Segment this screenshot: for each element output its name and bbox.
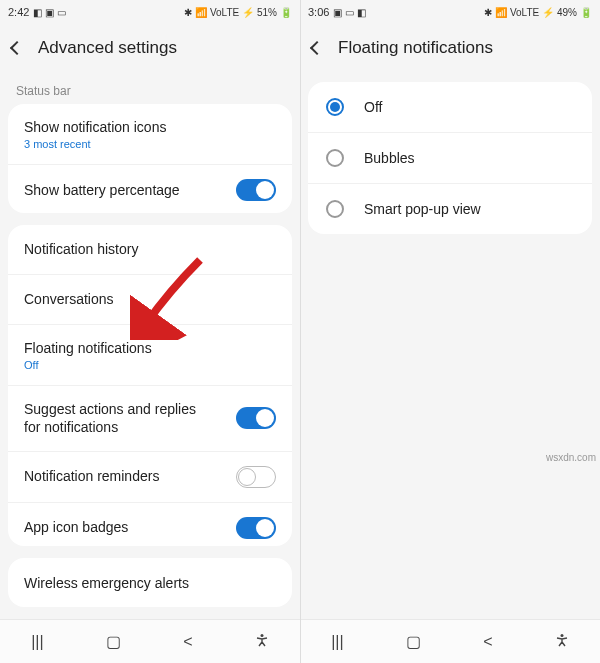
signal-icon-r: 📶 VoLTE ⚡ (495, 7, 554, 18)
content-right: Off Bubbles Smart pop-up view (300, 72, 600, 619)
accessibility-icon[interactable] (255, 633, 269, 651)
label-badges: App icon badges (24, 518, 128, 536)
row-reminders[interactable]: Notification reminders (8, 452, 292, 503)
label-bubbles: Bubbles (364, 150, 415, 166)
screen-divider (300, 0, 301, 663)
bluetooth-icon: ✱ (184, 7, 192, 18)
label-emergency: Wireless emergency alerts (24, 574, 189, 592)
card-radio-options: Off Bubbles Smart pop-up view (308, 82, 592, 234)
label-conversations: Conversations (24, 290, 114, 308)
row-notification-icons[interactable]: Show notification icons 3 most recent (8, 104, 292, 165)
row-badges[interactable]: App icon badges (8, 503, 292, 546)
radio-row-smart[interactable]: Smart pop-up view (308, 184, 592, 234)
page-title-left: Advanced settings (38, 38, 177, 58)
navbar-left: ||| ▢ < (0, 619, 300, 663)
row-conversations[interactable]: Conversations (8, 275, 292, 325)
row-history[interactable]: Notification history (8, 225, 292, 275)
toggle-battery-pct[interactable] (236, 179, 276, 201)
navbar-right: ||| ▢ < (300, 619, 600, 663)
accessibility-icon-r[interactable] (555, 633, 569, 651)
battery-icon-r: 🔋 (580, 7, 592, 18)
back-icon[interactable] (10, 41, 24, 55)
status-bar-left: 2:42 ◧ ▣ ▭ ✱ 📶 VoLTE ⚡ 51% 🔋 (0, 0, 300, 24)
status-bar-right: 3:06 ▣ ▭ ◧ ✱ 📶 VoLTE ⚡ 49% 🔋 (300, 0, 600, 24)
recent-apps-icon-r[interactable]: ||| (331, 633, 343, 651)
label-floating: Floating notifications (24, 339, 152, 357)
radio-smart[interactable] (326, 200, 344, 218)
back-icon-right[interactable] (310, 41, 324, 55)
back-nav-icon[interactable]: < (183, 633, 192, 651)
toggle-suggest[interactable] (236, 407, 276, 429)
battery-left: 51% (257, 7, 277, 18)
card-notifications: Notification history Conversations Float… (8, 225, 292, 546)
row-floating[interactable]: Floating notifications Off (8, 325, 292, 386)
label-history: Notification history (24, 240, 138, 258)
home-icon-r[interactable]: ▢ (406, 632, 421, 651)
radio-row-bubbles[interactable]: Bubbles (308, 133, 592, 184)
page-title-right: Floating notifications (338, 38, 493, 58)
label-notif-icons: Show notification icons (24, 118, 166, 136)
status-icons-right: ▣ ▭ ◧ (333, 7, 366, 18)
sub-floating: Off (24, 359, 152, 371)
svg-point-0 (260, 634, 263, 637)
label-suggest: Suggest actions and replies for notifica… (24, 400, 214, 436)
home-icon[interactable]: ▢ (106, 632, 121, 651)
label-battery-pct: Show battery percentage (24, 181, 180, 199)
watermark: wsxdn.com (546, 452, 596, 463)
status-icons-left: ◧ ▣ ▭ (33, 7, 66, 18)
back-nav-icon-r[interactable]: < (483, 633, 492, 651)
time-left: 2:42 (8, 6, 29, 18)
radio-row-off[interactable]: Off (308, 82, 592, 133)
card-status-bar: Show notification icons 3 most recent Sh… (8, 104, 292, 213)
time-right: 3:06 (308, 6, 329, 18)
bluetooth-icon-r: ✱ (484, 7, 492, 18)
svg-point-1 (560, 634, 563, 637)
card-emergency: Wireless emergency alerts (8, 558, 292, 607)
recent-apps-icon[interactable]: ||| (31, 633, 43, 651)
right-screen: 3:06 ▣ ▭ ◧ ✱ 📶 VoLTE ⚡ 49% 🔋 Floating no… (300, 0, 600, 663)
sub-notif-icons: 3 most recent (24, 138, 166, 150)
section-status-bar: Status bar (0, 72, 300, 104)
content-left: Status bar Show notification icons 3 mos… (0, 72, 300, 619)
signal-icon: 📶 VoLTE ⚡ (195, 7, 254, 18)
header-right: Floating notifications (300, 24, 600, 72)
row-emergency[interactable]: Wireless emergency alerts (8, 558, 292, 607)
label-off: Off (364, 99, 382, 115)
radio-bubbles[interactable] (326, 149, 344, 167)
toggle-reminders[interactable] (236, 466, 276, 488)
toggle-badges[interactable] (236, 517, 276, 539)
battery-right: 49% (557, 7, 577, 18)
label-reminders: Notification reminders (24, 467, 159, 485)
row-battery-pct[interactable]: Show battery percentage (8, 165, 292, 213)
left-screen: 2:42 ◧ ▣ ▭ ✱ 📶 VoLTE ⚡ 51% 🔋 Advanced se… (0, 0, 300, 663)
radio-off[interactable] (326, 98, 344, 116)
row-suggest[interactable]: Suggest actions and replies for notifica… (8, 386, 292, 451)
battery-icon: 🔋 (280, 7, 292, 18)
header-left: Advanced settings (0, 24, 300, 72)
label-smart: Smart pop-up view (364, 201, 481, 217)
